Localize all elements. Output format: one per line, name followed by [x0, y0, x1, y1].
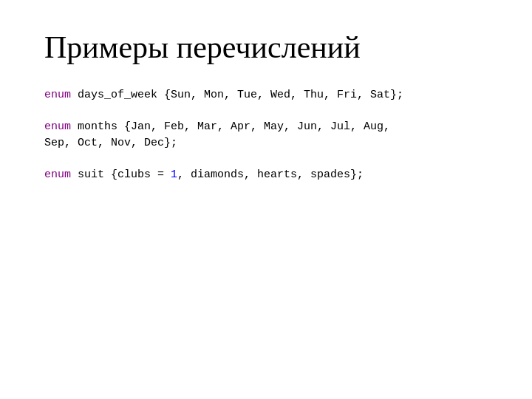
number-literal: 1	[171, 168, 177, 181]
page-title: Примеры перечислений	[44, 30, 488, 65]
code-block-1: enum days_of_week {Sun, Mon, Tue, Wed, T…	[44, 87, 488, 104]
code-block-3: enum suit {clubs = 1, diamonds, hearts, …	[44, 167, 488, 184]
code-line: enum days_of_week {Sun, Mon, Tue, Wed, T…	[44, 87, 488, 104]
code-line: enum months {Jan, Feb, Mar, Apr, May, Ju…	[44, 119, 488, 136]
page: Примеры перечислений enum days_of_week {…	[0, 0, 532, 399]
keyword: enum	[44, 120, 71, 133]
code-block-2: enum months {Jan, Feb, Mar, Apr, May, Ju…	[44, 119, 488, 152]
code-line: Sep, Oct, Nov, Dec};	[44, 135, 488, 152]
code-line: enum suit {clubs = 1, diamonds, hearts, …	[44, 167, 488, 184]
keyword: enum	[44, 168, 71, 181]
keyword: enum	[44, 89, 71, 101]
